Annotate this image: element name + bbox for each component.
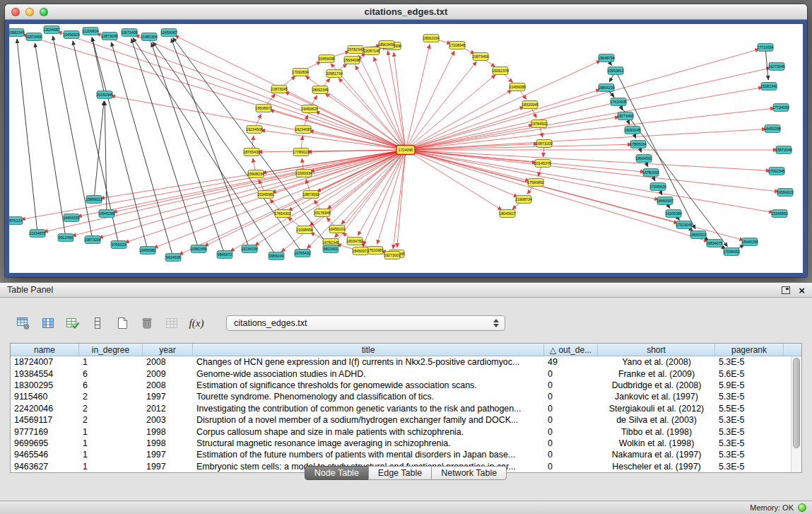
graph-edge[interactable] [53,36,93,240]
table-cell[interactable]: Stergiakouli et al. (2012) [598,404,715,414]
table-row[interactable]: 1456911722003Disruption of a novel membe… [11,414,801,426]
table-cell[interactable]: 9699695 [11,438,79,448]
table-cell[interactable]: 0 [544,438,598,448]
graph-node[interactable]: 12034587 [43,26,60,34]
table-row[interactable]: 1872400712008Changes of HCN gene express… [11,356,801,368]
table-cell[interactable]: Franke et al. (2009) [598,369,715,379]
table-cell[interactable]: Yano et al. (2008) [598,357,715,367]
table-cell[interactable]: Genome-wide association studies in ADHD. [193,369,544,379]
graph-node[interactable]: 18045627 [499,210,516,218]
graph-edge[interactable] [153,42,302,253]
graph-node[interactable]: 20145378 [534,160,551,168]
graph-edge[interactable] [406,45,430,150]
table-cell[interactable]: 2012 [143,404,193,414]
table-cell[interactable]: 5.5E-5 [715,404,784,414]
delete-icon[interactable] [139,315,155,331]
table-cell[interactable]: 5.3E-5 [715,438,784,448]
graph-node[interactable]: 17092834 [292,69,309,76]
new-file-icon[interactable] [114,315,130,331]
graph-node[interactable]: 21908734 [515,196,532,204]
table-cell[interactable]: 9115460 [11,392,79,402]
graph-node[interactable]: 15345892 [771,210,788,218]
graph-node[interactable]: 17710554 [757,44,774,52]
graph-edge[interactable] [406,90,600,150]
tab-network-table[interactable]: Network Table [431,466,507,480]
table-cell[interactable]: 0 [544,450,598,460]
table-cell[interactable]: 14569117 [11,415,79,425]
graph-node[interactable]: 15993812 [607,67,624,75]
graph-node[interactable]: 9876123 [9,217,23,225]
table-cell[interactable]: 5.3E-5 [715,450,784,460]
table-cell[interactable]: 0 [544,392,598,402]
graph-node[interactable]: 16834075 [706,240,723,247]
graph-node[interactable]: 18092345 [312,86,329,94]
table-cell[interactable]: Corpus callosum shape and size in male p… [193,427,544,437]
table-cell[interactable]: 5.3E-5 [715,392,784,402]
graph-node[interactable]: 10673458 [121,29,138,37]
table-cell[interactable]: Jankovic et al. (1997) [598,392,715,402]
graph-edge[interactable] [406,90,512,150]
table-cell[interactable]: 2 [79,392,143,402]
graph-edge[interactable] [335,150,406,238]
graph-node[interactable]: 18345260 [741,238,758,246]
table-cell[interactable]: de Silva et al. (2003) [598,415,715,425]
table-cell[interactable]: 1998 [143,438,193,448]
graph-node[interactable]: 16234087 [295,126,312,134]
table-cell[interactable]: 6 [79,380,143,390]
graph-edge[interactable] [406,150,773,212]
graph-edge[interactable] [17,39,37,233]
graph-node[interactable]: 12456087 [160,29,177,37]
graph-node[interactable]: 9845672 [217,251,233,259]
table-row[interactable]: 946554611997Estimation of the future num… [11,449,801,460]
graph-edge[interactable] [406,75,495,150]
table-cell[interactable]: 0 [544,404,598,414]
graph-node[interactable]: 21560934 [295,170,312,177]
graph-edge[interactable] [406,150,779,192]
table-cell[interactable]: Tourette syndrome. Phenomenology and cla… [193,392,544,402]
table-row[interactable]: 969969511998Structural magnetic resonanc… [11,438,801,449]
graph-node[interactable]: 12873045 [101,33,118,40]
graph-node[interactable]: 19562034 [423,35,440,42]
graph-edge[interactable] [394,52,406,150]
table-row[interactable]: 1830029562008Estimation of significance … [11,380,801,391]
table-row[interactable]: 911546021997Tourette syndrome. Phenomeno… [11,391,801,402]
table-cell[interactable]: 5.9E-5 [715,380,784,390]
table-cell[interactable]: 0 [544,415,598,425]
graph-node[interactable]: 15873049 [775,146,792,154]
graph-edge[interactable] [374,57,406,150]
graph-node[interactable]: 18650923 [690,231,707,239]
graph-edge[interactable] [325,93,406,150]
graph-edge[interactable] [131,39,199,249]
graph-node[interactable]: 16209384 [665,210,682,218]
graph-node[interactable]: 16273945 [768,63,785,71]
graph-node[interactable]: 16854209 [598,84,615,92]
graph-node[interactable]: 20178345 [314,209,331,217]
graph-node[interactable]: 11873456 [25,33,42,41]
graph-edge[interactable] [111,96,406,150]
table-cell[interactable]: 1 [79,450,143,460]
table-cell[interactable]: Wolkin et al. (1998) [598,438,715,448]
graph-node[interactable]: 15634098 [343,57,360,64]
graph-node[interactable]: 20981734 [326,70,343,78]
column-header-4[interactable]: △ out_de... [544,344,598,356]
graph-node[interactable]: 11982304 [141,33,157,41]
table-cell[interactable]: Nakamura et al. (1997) [598,450,715,460]
graph-node[interactable]: 11209834 [82,28,98,35]
graph-node[interactable]: 18320945 [522,101,539,109]
graph-edge[interactable] [92,37,148,250]
graph-edge[interactable] [35,43,66,238]
tab-node-table[interactable]: Node Table [305,466,369,480]
graph-node[interactable]: 17923045 [676,221,693,229]
column-header-5[interactable]: short [598,344,715,356]
graph-node[interactable]: 15889023 [86,196,102,204]
graph-node[interactable]: 20456098 [318,55,335,63]
graph-edge[interactable] [406,144,632,150]
graph-node[interactable]: 20345981 [257,191,274,199]
column-header-6[interactable]: pagerank [715,344,784,356]
table-cell[interactable]: 49 [544,357,598,367]
minimize-window-button[interactable] [25,8,34,16]
graph-node[interactable]: 10982345 [9,29,25,37]
edit-table-icon[interactable] [65,315,81,331]
graph-node[interactable]: 10234875 [29,230,46,238]
graph-node[interactable]: 17208945 [449,42,466,49]
